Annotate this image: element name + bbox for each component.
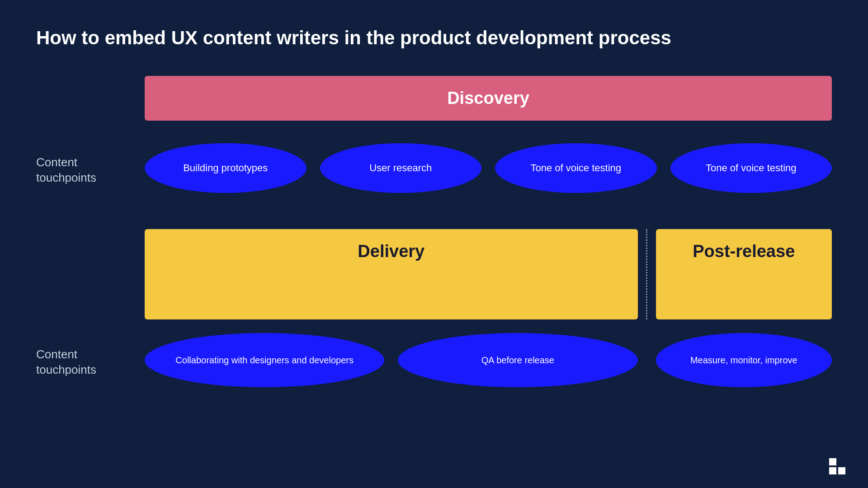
delivery-touchpoints-section: Contenttouchpoints Collaborating with de… <box>36 333 832 387</box>
discovery-label: Discovery <box>447 89 529 108</box>
logo-sq-2 <box>838 458 845 465</box>
discovery-touchpoints-label-col: Contenttouchpoints <box>36 150 145 186</box>
slide: How to embed UX content writers in the p… <box>0 0 868 488</box>
delivery-touchpoints-label: Contenttouchpoints <box>36 347 145 378</box>
divider-bottom-spacer <box>638 333 656 387</box>
logo-sq-1 <box>829 458 836 465</box>
delivery-bar: Delivery <box>145 229 638 319</box>
touchpoint-user-research: User research <box>320 143 482 193</box>
post-release-bar: Post-release <box>656 229 832 319</box>
touchpoint-tone-1: Tone of voice testing <box>495 143 657 193</box>
touchpoint-building-prototypes: Building prototypes <box>145 143 307 193</box>
bars-row: Delivery Post-release <box>145 229 832 319</box>
page-title: How to embed UX content writers in the p… <box>36 27 832 49</box>
delivery-label: Delivery <box>358 242 425 261</box>
post-release-label: Post-release <box>693 242 795 261</box>
discovery-section: Discovery <box>36 76 832 143</box>
logo-sq-4 <box>838 467 845 474</box>
delivery-touchpoints-label-col: Contenttouchpoints <box>36 343 145 378</box>
logo-sq-3 <box>829 467 836 474</box>
discovery-bar: Discovery <box>145 76 832 121</box>
delivery-ovals: Collaborating with designers and develop… <box>145 333 638 387</box>
delivery-ovals-row: Collaborating with designers and develop… <box>145 333 832 387</box>
touchpoint-measure: Measure, monitor, improve <box>656 333 832 387</box>
delivery-post-area: Delivery Post-release <box>145 229 832 319</box>
touchpoint-tone-2: Tone of voice testing <box>670 143 832 193</box>
discovery-touchpoints-row: Building prototypes User research Tone o… <box>145 143 832 193</box>
touchpoint-qa: QA before release <box>398 333 637 387</box>
post-release-ovals: Measure, monitor, improve <box>656 333 832 387</box>
discovery-main-area: Discovery <box>145 76 832 143</box>
dotted-divider <box>646 229 647 319</box>
delivery-section: Delivery Post-release <box>36 229 832 319</box>
divider-col <box>638 229 656 319</box>
touchpoint-collaborating: Collaborating with designers and develop… <box>145 333 384 387</box>
logo-watermark <box>829 458 845 474</box>
discovery-touchpoints-label: Contenttouchpoints <box>36 155 145 186</box>
